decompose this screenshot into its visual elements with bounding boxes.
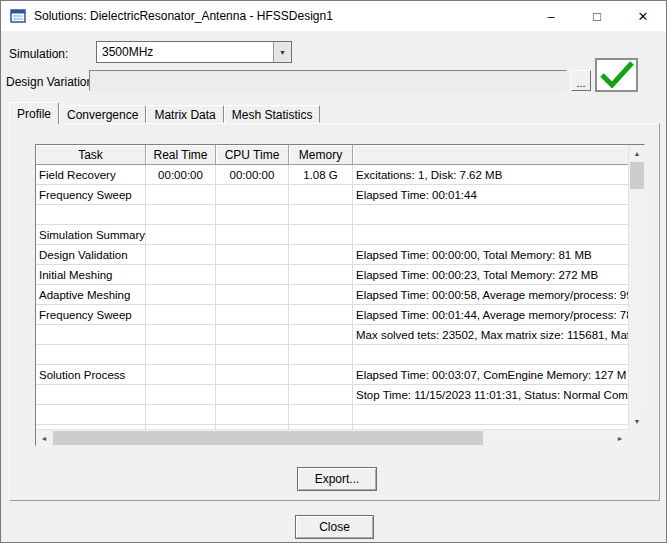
table-cell xyxy=(289,345,353,364)
table-cell xyxy=(146,225,216,244)
table-cell: Max solved tets: 23502, Max matrix size:… xyxy=(353,325,628,344)
table-cell: Initial Meshing xyxy=(36,265,146,284)
table-cell xyxy=(216,265,289,284)
table-body: Field Recovery00:00:0000:00:001.08 GExci… xyxy=(36,165,628,429)
table-cell: Elapsed Time: 00:00:58, Average memory/p… xyxy=(353,285,628,304)
table-cell xyxy=(216,185,289,204)
table-cell xyxy=(353,405,628,424)
table-cell xyxy=(36,385,146,404)
scroll-left-icon[interactable]: ◄ xyxy=(36,430,52,446)
table-cell xyxy=(289,305,353,324)
table-row: Field Recovery00:00:0000:00:001.08 GExci… xyxy=(36,165,628,185)
scroll-down-icon[interactable]: ▼ xyxy=(629,413,645,429)
column-header-task[interactable]: Task xyxy=(36,145,146,164)
close-button[interactable]: ✕ xyxy=(620,1,666,31)
profile-table-frame: Task Real Time CPU Time Memory Field Rec… xyxy=(35,144,645,446)
table-cell xyxy=(353,225,628,244)
table-cell xyxy=(289,285,353,304)
table-row: Simulation Summary xyxy=(36,225,628,245)
table-cell xyxy=(289,365,353,384)
table-cell: Frequency Sweep xyxy=(36,305,146,324)
table-cell: Frequency Sweep xyxy=(36,185,146,204)
table-cell: 00:00:00 xyxy=(146,165,216,184)
simulation-label: Simulation: xyxy=(9,47,68,61)
titlebar: Solutions: DielectricResonator_Antenna -… xyxy=(1,1,666,31)
table-cell xyxy=(289,245,353,264)
table-cell: Solution Process xyxy=(36,365,146,384)
table-row xyxy=(36,205,628,225)
simulation-select[interactable]: 3500MHz ▼ xyxy=(96,41,292,63)
table-cell xyxy=(289,205,353,224)
table-cell xyxy=(216,305,289,324)
design-variation-field[interactable] xyxy=(89,70,567,91)
solutions-dialog: Solutions: DielectricResonator_Antenna -… xyxy=(0,0,667,543)
table-row: Stop Time: 11/15/2023 11:01:31, Status: … xyxy=(36,385,628,405)
table-cell xyxy=(289,265,353,284)
table-cell xyxy=(146,365,216,384)
table-row xyxy=(36,345,628,365)
horizontal-scrollbar-thumb[interactable] xyxy=(53,431,483,445)
tab-mesh-statistics[interactable]: Mesh Statistics xyxy=(224,105,321,123)
table-cell xyxy=(216,285,289,304)
column-header-cpu-time[interactable]: CPU Time xyxy=(216,145,289,164)
table-cell: Elapsed Time: 00:00:23, Total Memory: 27… xyxy=(353,265,628,284)
close-dialog-button[interactable]: Close xyxy=(295,515,374,539)
table-cell xyxy=(36,405,146,424)
tab-strip: Profile Convergence Matrix Data Mesh Sta… xyxy=(9,102,320,123)
table-cell xyxy=(146,405,216,424)
table-cell: 00:00:00 xyxy=(216,165,289,184)
scroll-right-icon[interactable]: ► xyxy=(612,430,628,446)
profile-tab-panel: Task Real Time CPU Time Memory Field Rec… xyxy=(9,123,660,501)
table-row xyxy=(36,405,628,425)
profile-table: Task Real Time CPU Time Memory Field Rec… xyxy=(36,145,628,429)
table-cell xyxy=(289,385,353,404)
table-row: Initial MeshingElapsed Time: 00:00:23, T… xyxy=(36,265,628,285)
table-cell: Excitations: 1, Disk: 7.62 MB xyxy=(353,165,628,184)
table-row: Adaptive MeshingElapsed Time: 00:00:58, … xyxy=(36,285,628,305)
table-cell xyxy=(36,325,146,344)
table-cell: Field Recovery xyxy=(36,165,146,184)
table-cell xyxy=(146,345,216,364)
browse-button[interactable]: ... xyxy=(571,70,591,91)
table-cell xyxy=(216,345,289,364)
table-cell xyxy=(353,205,628,224)
column-header-info[interactable] xyxy=(353,145,628,164)
table-cell xyxy=(289,325,353,344)
table-cell xyxy=(146,305,216,324)
horizontal-scrollbar[interactable]: ◄ ► xyxy=(36,429,628,445)
table-cell xyxy=(146,385,216,404)
tab-convergence[interactable]: Convergence xyxy=(59,105,146,123)
table-cell: Design Validation xyxy=(36,245,146,264)
scroll-up-icon[interactable]: ▲ xyxy=(629,145,645,161)
scrollbar-corner xyxy=(628,429,644,445)
table-cell xyxy=(289,225,353,244)
chevron-down-icon[interactable]: ▼ xyxy=(273,42,291,62)
table-cell: 1.08 G xyxy=(289,165,353,184)
window-controls: – □ ✕ xyxy=(528,1,666,31)
table-row: Frequency SweepElapsed Time: 00:01:44, A… xyxy=(36,305,628,325)
maximize-button[interactable]: □ xyxy=(574,1,620,31)
table-row: Max solved tets: 23502, Max matrix size:… xyxy=(36,325,628,345)
table-cell xyxy=(36,205,146,224)
table-header-row: Task Real Time CPU Time Memory xyxy=(36,145,628,165)
vertical-scrollbar[interactable]: ▲ ▼ xyxy=(628,145,644,429)
simulation-selected-value: 3500MHz xyxy=(97,42,273,62)
vertical-scrollbar-thumb[interactable] xyxy=(630,162,644,189)
minimize-button[interactable]: – xyxy=(528,1,574,31)
design-variation-label: Design Variation: xyxy=(6,75,97,89)
app-icon xyxy=(10,8,26,24)
green-check-icon xyxy=(599,60,635,91)
table-cell: Elapsed Time: 00:00:00, Total Memory: 81… xyxy=(353,245,628,264)
validation-check-button[interactable] xyxy=(595,58,638,92)
table-cell xyxy=(216,365,289,384)
export-button[interactable]: Export... xyxy=(297,467,377,491)
table-row: Design ValidationElapsed Time: 00:00:00,… xyxy=(36,245,628,265)
column-header-memory[interactable]: Memory xyxy=(289,145,353,164)
table-cell xyxy=(216,325,289,344)
table-cell xyxy=(216,385,289,404)
column-header-real-time[interactable]: Real Time xyxy=(146,145,216,164)
table-cell xyxy=(216,245,289,264)
tab-profile[interactable]: Profile xyxy=(9,102,59,124)
table-cell: Elapsed Time: 00:01:44 xyxy=(353,185,628,204)
tab-matrix-data[interactable]: Matrix Data xyxy=(146,105,223,123)
